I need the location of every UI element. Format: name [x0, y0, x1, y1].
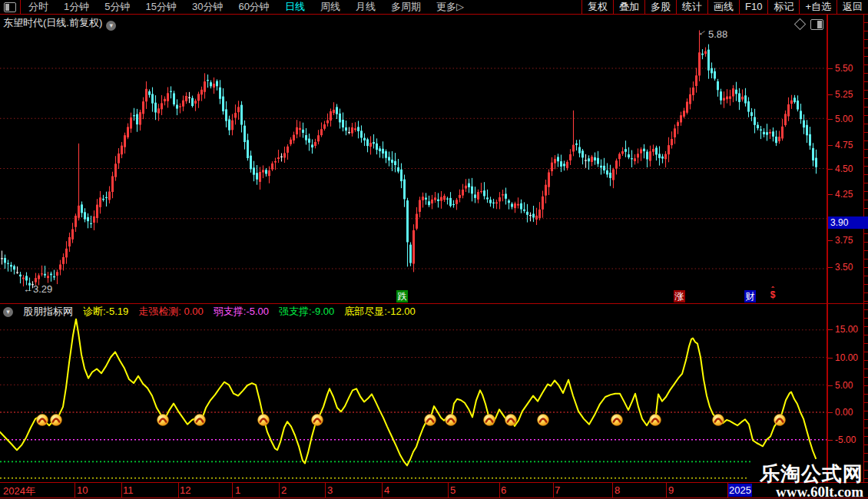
- price-axis-label: 5.25: [835, 89, 853, 100]
- candle-body: [213, 84, 215, 88]
- candle-body: [772, 131, 774, 137]
- candle-body: [170, 91, 172, 92]
- indicator-axis-label: 15.00: [835, 324, 858, 335]
- candle-body: [259, 172, 261, 182]
- candle-body: [409, 245, 412, 263]
- toolbar-action-item[interactable]: 统计: [676, 0, 707, 14]
- candle-body: [508, 200, 510, 203]
- candle-body: [308, 139, 310, 143]
- toolbar-period-item[interactable]: 60分钟: [230, 0, 277, 14]
- candle-body: [268, 170, 270, 176]
- toolbar-period-item[interactable]: 分时: [21, 0, 56, 14]
- indicator-axis-label: -5.00: [835, 435, 856, 445]
- candlestick-chart[interactable]: ←3.29←5.88: [0, 15, 827, 304]
- candle-body: [548, 173, 550, 187]
- date-axis-month-label: 11: [123, 484, 134, 496]
- indicator-axis-tick: [828, 440, 833, 441]
- candle-body: [161, 103, 163, 109]
- toolbar-period-item[interactable]: 日线: [277, 0, 313, 14]
- candle-body: [578, 147, 581, 154]
- date-axis-divider: [612, 483, 613, 497]
- candle-body: [591, 157, 593, 162]
- candle-body: [164, 99, 166, 101]
- candle-body: [13, 266, 15, 270]
- high-price-annotation: 5.88: [708, 28, 727, 40]
- candle-body: [167, 93, 169, 101]
- candle-body: [646, 152, 648, 160]
- candle-body: [262, 170, 264, 172]
- indicator-legend-item: 走强检测: 0.00: [138, 305, 204, 319]
- date-axis-month-label: 2: [281, 484, 287, 496]
- toolbar-action-item[interactable]: 标记: [767, 0, 799, 14]
- candle-body: [108, 192, 111, 200]
- indicator-chevron-down-icon[interactable]: ▾: [3, 307, 13, 317]
- date-axis-month-label: 5: [450, 484, 456, 496]
- candle-body: [784, 114, 787, 125]
- toolbar-action-item[interactable]: 叠加: [613, 0, 644, 14]
- candle-body: [674, 128, 676, 137]
- candle-body: [738, 93, 740, 101]
- candle-body: [330, 111, 332, 121]
- toolbar-action-item[interactable]: F10: [739, 0, 767, 14]
- candle-body: [406, 200, 409, 242]
- layout-toggle-button[interactable]: [0, 0, 21, 14]
- candle-body: [661, 157, 664, 159]
- toolbar-action-item[interactable]: 返回: [837, 0, 868, 14]
- indicator-chart[interactable]: [0, 319, 827, 482]
- candle-body: [360, 131, 363, 137]
- toolbar-period-item[interactable]: 周线: [313, 0, 348, 14]
- candle-body: [139, 112, 141, 124]
- candle-body: [314, 142, 316, 146]
- candle-body: [354, 128, 356, 130]
- candle-body: [581, 150, 584, 157]
- candle-body: [240, 105, 243, 125]
- candle-body: [234, 113, 237, 117]
- toolbar-action-item[interactable]: +自选: [799, 0, 837, 14]
- ball: [37, 415, 48, 426]
- candle-body: [741, 97, 744, 100]
- candle-body: [809, 134, 811, 146]
- candle-body: [456, 200, 458, 203]
- candle-body: [87, 217, 89, 221]
- indicator-axis-label: 10.00: [835, 352, 858, 363]
- toolbar-period-item[interactable]: 月线: [348, 0, 383, 14]
- ball: [425, 415, 436, 426]
- candle-body: [397, 167, 399, 171]
- toolbar-period-item[interactable]: 1分钟: [56, 0, 97, 14]
- candle-body: [293, 135, 295, 140]
- candle-body: [729, 96, 731, 98]
- candle-body: [38, 276, 40, 279]
- candle-body: [237, 107, 240, 112]
- candle-body: [569, 154, 571, 160]
- right-edge-ruler[interactable]: [863, 15, 868, 498]
- date-axis-month-label: 4: [384, 484, 389, 496]
- date-axis[interactable]: 2024年 2025 101112123456789: [0, 482, 868, 498]
- toolbar-period-item[interactable]: 更多▷: [429, 0, 472, 14]
- date-axis-divider: [553, 483, 554, 497]
- candle-body: [707, 50, 710, 71]
- toolbar-period-item[interactable]: 30分钟: [184, 0, 230, 14]
- price-axis-label: 3.75: [835, 235, 853, 246]
- toolbar-period-item[interactable]: 多周期: [383, 0, 429, 14]
- candle-body: [486, 197, 489, 199]
- candle-body: [465, 186, 467, 189]
- indicator-legend-item: 弱支撑:-5.00: [214, 305, 269, 319]
- candle-body: [763, 132, 765, 134]
- ball: [484, 415, 495, 426]
- candle-body: [499, 197, 501, 201]
- candle-body: [588, 158, 590, 161]
- candle-body: [686, 102, 688, 113]
- candle-body: [612, 170, 615, 180]
- price-axis-tick: [828, 267, 833, 268]
- candle-body: [394, 161, 396, 165]
- candle-body: [575, 144, 578, 145]
- toolbar-action-item[interactable]: 多股: [644, 0, 676, 14]
- toolbar-period-item[interactable]: 15分钟: [137, 0, 184, 14]
- candle-body: [735, 90, 737, 94]
- toolbar-action-item[interactable]: 复权: [581, 0, 613, 14]
- candle-body: [188, 97, 190, 98]
- toolbar-action-item[interactable]: 画线: [707, 0, 739, 14]
- candle-body: [529, 215, 532, 216]
- candle-body: [216, 81, 218, 87]
- toolbar-period-item[interactable]: 5分钟: [97, 0, 137, 14]
